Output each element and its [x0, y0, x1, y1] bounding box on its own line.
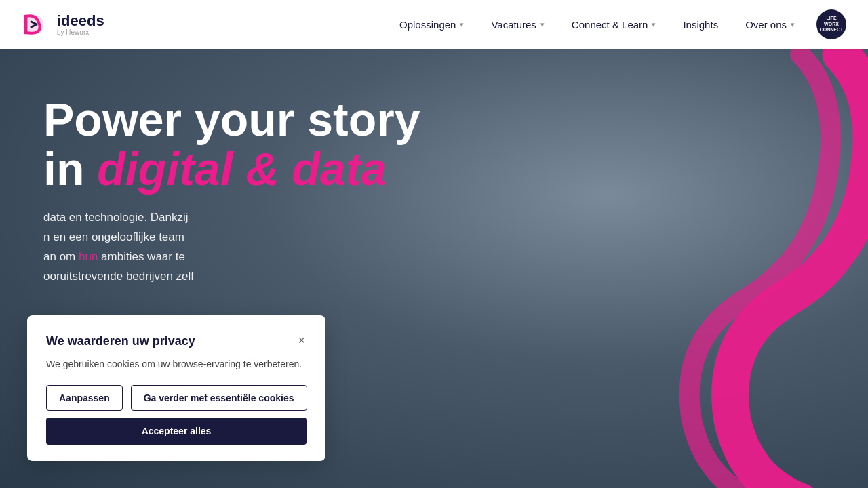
subtitle-highlight: hun — [79, 250, 98, 263]
lifeworx-badge[interactable]: lifeworxconnect — [816, 9, 846, 39]
logo-text: ideeds — [57, 12, 104, 29]
cookie-accept-button[interactable]: Accepteer alles — [46, 418, 307, 445]
cookie-essential-button[interactable]: Ga verder met essentiële cookies — [131, 385, 307, 411]
hero-subtitle: data en technologie. Dankzij n en een on… — [43, 208, 420, 287]
cookie-title: We waarderen uw privacy — [46, 334, 195, 348]
nav-links: Oplossingen ▾ Vacatures ▾ Connect & Lear… — [389, 14, 806, 36]
navigation: ideeds by lifeworx Oplossingen ▾ Vacatur… — [0, 0, 868, 49]
logo-icon — [22, 9, 52, 39]
chevron-down-icon: ▾ — [540, 20, 545, 29]
cookie-adjust-button[interactable]: Aanpassen — [46, 385, 123, 411]
hero-content: Power your story in digital & data data … — [43, 95, 420, 286]
nav-item-insights[interactable]: Insights — [672, 14, 729, 36]
chevron-down-icon: ▾ — [652, 20, 656, 29]
hero-title-line1: Power your story — [43, 94, 420, 145]
lifeworx-badge-text: lifeworxconnect — [820, 16, 844, 33]
cookie-modal-header: We waarderen uw privacy × — [46, 334, 307, 348]
chevron-down-icon: ▾ — [460, 20, 464, 29]
cookie-modal: We waarderen uw privacy × We gebruiken c… — [27, 315, 326, 461]
nav-item-oplossingen[interactable]: Oplossingen ▾ — [389, 14, 475, 36]
nav-link-vacatures[interactable]: Vacatures ▾ — [480, 14, 555, 36]
nav-item-over-ons[interactable]: Over ons ▾ — [734, 14, 806, 36]
nav-link-insights[interactable]: Insights — [672, 14, 729, 36]
nav-link-connect-learn[interactable]: Connect & Learn ▾ — [561, 14, 667, 36]
logo[interactable]: ideeds by lifeworx — [22, 9, 104, 39]
logo-sub: by lifeworx — [57, 28, 104, 36]
cookie-close-button[interactable]: × — [296, 334, 307, 346]
hero-title-line2: in digital & data — [43, 143, 387, 195]
nav-item-vacatures[interactable]: Vacatures ▾ — [480, 14, 555, 36]
nav-link-oplossingen[interactable]: Oplossingen ▾ — [389, 14, 475, 36]
cookie-buttons: Aanpassen Ga verder met essentiële cooki… — [46, 385, 307, 445]
cookie-body: We gebruiken cookies om uw browse-ervari… — [46, 357, 307, 371]
nav-item-connect-learn[interactable]: Connect & Learn ▾ — [561, 14, 667, 36]
hero-title: Power your story in digital & data — [43, 95, 420, 195]
hero-title-accent: digital & data — [97, 143, 387, 195]
cookie-btn-row: Aanpassen Ga verder met essentiële cooki… — [46, 385, 307, 411]
chevron-down-icon: ▾ — [791, 20, 795, 29]
nav-link-over-ons[interactable]: Over ons ▾ — [734, 14, 806, 36]
